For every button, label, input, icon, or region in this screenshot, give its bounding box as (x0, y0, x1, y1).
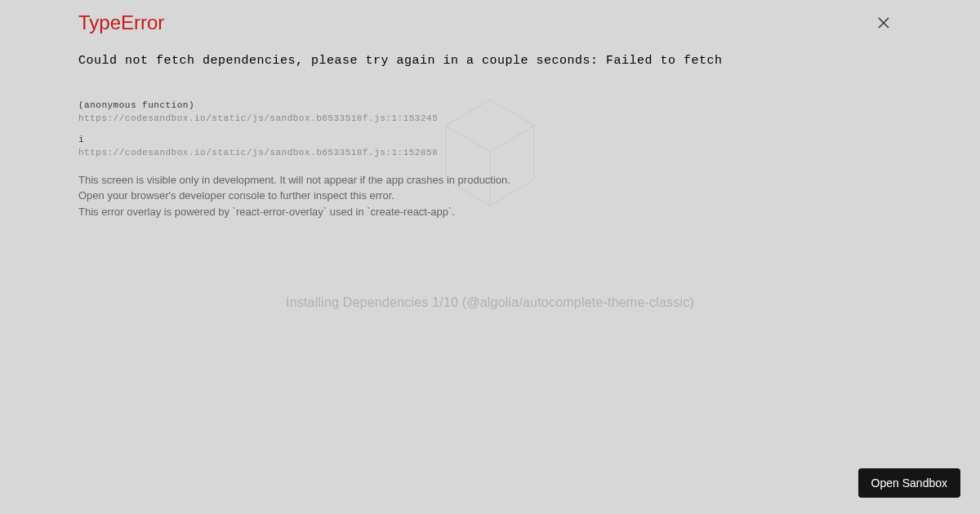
info-line: This error overlay is powered by `react-… (78, 204, 902, 220)
overlay-info: This screen is visible only in developme… (78, 172, 902, 220)
close-icon (878, 17, 889, 29)
stack-fn-url: https://codesandbox.io/static/js/sandbox… (78, 148, 902, 157)
loading-status: Installing Dependencies 1/10 (@algolia/a… (0, 295, 980, 310)
error-message: Could not fetch dependencies, please try… (78, 52, 902, 71)
error-overlay: TypeError Could not fetch dependencies, … (0, 0, 980, 219)
close-button[interactable] (875, 15, 892, 31)
stack-frame: (anonymous function) https://codesandbox… (78, 100, 902, 123)
info-line: This screen is visible only in developme… (78, 172, 902, 188)
stack-fn-name: i (78, 135, 902, 144)
stack-fn-url: https://codesandbox.io/static/js/sandbox… (78, 113, 902, 123)
stack-fn-name: (anonymous function) (78, 100, 902, 110)
open-sandbox-button[interactable]: Open Sandbox (858, 468, 960, 498)
info-line: Open your browser's developer console to… (78, 188, 902, 204)
error-title: TypeError (78, 11, 902, 34)
stack-frame: i https://codesandbox.io/static/js/sandb… (78, 135, 902, 157)
